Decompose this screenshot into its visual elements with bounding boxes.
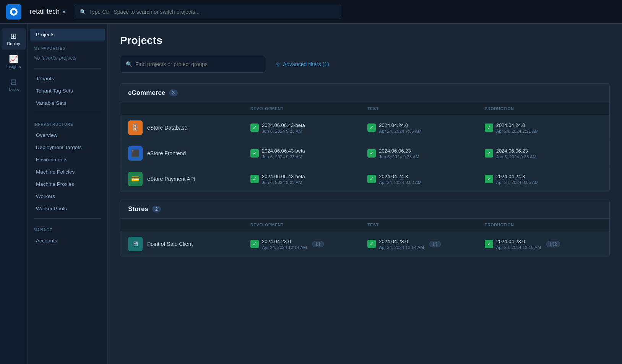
deploy-date-prod-0: Apr 24, 2024 7:21 AM [496,129,539,133]
deploy-cell-prod-0: ✓ 2024.04.24.0 Apr 24, 2024 7:21 AM [485,122,602,133]
deploy-version-prod-0: 2024.04.24.0 [496,122,539,128]
sidebar-accounts[interactable]: Accounts [30,235,105,247]
project-group-stores: Stores 2 DEVELOPMENTTESTPRODUCTION 🖥 Poi… [120,200,610,257]
sidebar-environments[interactable]: Environments [30,154,105,166]
group-count-0: 3 [169,89,178,96]
advanced-filters-button[interactable]: ⧖ Advanced filters (1) [271,58,334,71]
check-badge-test-0: ✓ [367,240,376,248]
filter-icon: ⧖ [276,61,280,68]
deploy-icon: ⊞ [10,32,17,40]
sidebar-deployment-targets[interactable]: Deployment Targets [30,141,105,153]
deploy-date-prod-1: Jun 6, 2024 9:35 AM [496,154,537,159]
deploy-date-dev-2: Jun 6, 2024 9:23 AM [262,180,305,185]
group-header-0[interactable]: eCommerce 3 [120,84,609,102]
global-search-bar[interactable]: 🔍 [74,5,341,19]
check-badge-prod-0: ✓ [485,240,493,248]
project-search-bar[interactable]: 🔍 [120,56,265,73]
search-icon: 🔍 [126,61,132,67]
group-name-0: eCommerce [128,89,165,97]
no-favorites-text: No favorite projects [28,53,107,65]
sidebar-item-insights[interactable]: 📈 Insights [2,51,26,73]
table-row[interactable]: 🗄 eStore Database ✓ 2024.06.06.43-beta J… [120,115,609,141]
check-badge-test-0: ✓ [367,123,376,132]
deploy-info-test-0: 2024.04.23.0 Apr 24, 2024 12:14 AM [379,239,424,250]
table-row[interactable]: 🖥 Point of Sale Client ✓ 2024.04.23.0 Ap… [120,231,609,257]
group-header-1[interactable]: Stores 2 [120,200,609,219]
org-name: retail tech [30,8,60,16]
deploy-version-dev-0: 2024.06.06.43-beta [262,122,305,128]
groups-container: eCommerce 3 DEVELOPMENTTESTPRODUCTION 🗄 … [120,83,610,257]
deploy-cell-dev-0: ✓ 2024.04.23.0 Apr 24, 2024 12:14 AM 1/1 [250,239,367,250]
divider-3 [34,218,101,219]
deploy-info-dev-1: 2024.06.06.43-beta Jun 6, 2024 9:23 AM [262,148,305,159]
col-header-3: PRODUCTION [485,106,602,111]
deploy-info-test-2: 2024.04.24.3 Apr 24, 2024 8:03 AM [379,174,421,185]
deploy-info-dev-0: 2024.06.06.43-beta Jun 6, 2024 9:23 AM [262,122,305,133]
global-search-input[interactable] [89,9,336,15]
sidebar-machine-policies[interactable]: Machine Policies [30,166,105,178]
deploy-date-dev-0: Apr 24, 2024 12:14 AM [262,245,307,250]
sidebar-tenants[interactable]: Tenants [30,73,105,84]
sidebar-worker-pools[interactable]: Worker Pools [30,203,105,214]
sidebar-variable-sets[interactable]: Variable Sets [30,97,105,109]
col-header-2: TEST [367,223,484,227]
divider [34,68,101,69]
check-badge-dev-0: ✓ [250,240,259,248]
left-nav: ⊞ Deploy 📈 Insights ⊟ Tasks [0,24,28,364]
sidebar-overview[interactable]: Overview [30,129,105,141]
logo-button[interactable] [6,4,21,20]
project-info-2: 💳 eStore Payment API [128,172,250,186]
deploy-date-test-1: Jun 6, 2024 9:33 AM [379,154,419,159]
deploy-label: Deploy [7,41,20,46]
table-row[interactable]: 💳 eStore Payment API ✓ 2024.06.06.43-bet… [120,166,609,192]
col-header-2: TEST [367,106,484,111]
sidebar-tenant-tag-sets[interactable]: Tenant Tag Sets [30,85,105,97]
deploy-version-test-0: 2024.04.24.0 [379,122,421,128]
insights-icon: 📈 [9,55,18,63]
divider-2 [34,113,101,113]
project-search-input[interactable] [135,61,260,67]
deploy-info-test-1: 2024.06.06.23 Jun 6, 2024 9:33 AM [379,148,419,159]
deploy-version-dev-0: 2024.04.23.0 [262,239,307,244]
deploy-date-prod-2: Apr 24, 2024 8:05 AM [496,180,539,185]
project-icon-1: ⬛ [128,146,143,161]
org-selector[interactable]: retail tech ▾ [26,5,69,18]
tasks-label: Tasks [8,87,19,92]
deploy-version-dev-2: 2024.06.06.43-beta [262,174,305,179]
projects-label: Projects [36,32,55,37]
search-icon: 🔍 [80,9,86,15]
sidebar-item-deploy[interactable]: ⊞ Deploy [2,28,26,50]
sidebar-projects[interactable]: Projects [30,29,105,41]
deploy-version-prod-2: 2024.04.24.3 [496,174,539,179]
project-name-2: eStore Payment API [147,176,195,182]
col-header-1: DEVELOPMENT [250,223,367,227]
sidebar: Projects MY FAVORITES No favorite projec… [28,24,108,364]
deploy-date-test-2: Apr 24, 2024 8:03 AM [379,180,421,185]
sidebar-machine-proxies[interactable]: Machine Proxies [30,178,105,190]
table-row[interactable]: ⬛ eStore Frontend ✓ 2024.06.06.43-beta J… [120,141,609,166]
project-info-0: 🗄 eStore Database [128,120,250,135]
table-header-0: DEVELOPMENTTESTPRODUCTION [120,102,609,115]
deploy-date-test-0: Apr 24, 2024 12:14 AM [379,245,424,250]
col-header-0 [128,223,250,227]
deploy-cell-prod-2: ✓ 2024.04.24.3 Apr 24, 2024 8:05 AM [485,174,602,185]
check-badge-prod-2: ✓ [485,175,493,183]
insights-label: Insights [6,64,21,69]
tasks-icon: ⊟ [10,78,17,86]
favorites-heading: MY FAVORITES [28,41,107,53]
sidebar-item-tasks[interactable]: ⊟ Tasks [2,74,26,96]
deploy-date-prod-0: Apr 24, 2024 12:15 AM [496,245,541,250]
col-header-0 [128,106,250,111]
infrastructure-heading: INFRASTRUCTURE [28,117,107,129]
project-icon-0: 🗄 [128,120,143,135]
deploy-date-dev-1: Jun 6, 2024 9:23 AM [262,154,305,159]
sidebar-workers[interactable]: Workers [30,190,105,202]
deploy-version-test-1: 2024.06.06.23 [379,148,419,154]
topbar: retail tech ▾ 🔍 [0,0,622,24]
advanced-filters-label: Advanced filters (1) [283,61,329,67]
group-name-1: Stores [128,205,148,213]
deploy-badge-prod-0: 1/12 [546,241,560,247]
group-count-1: 2 [152,206,161,213]
deploy-version-dev-1: 2024.06.06.43-beta [262,148,305,154]
deploy-cell-prod-0: ✓ 2024.04.23.0 Apr 24, 2024 12:15 AM 1/1… [485,239,602,250]
